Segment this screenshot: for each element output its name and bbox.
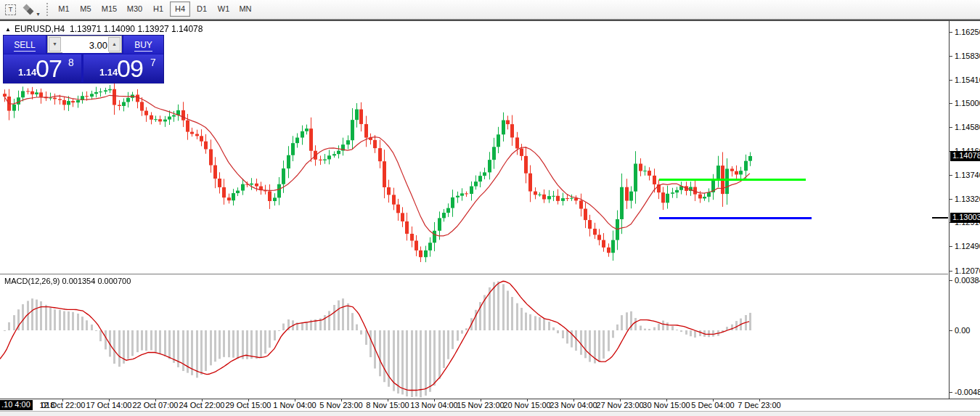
- price-tick: [950, 175, 952, 176]
- macd-tick-label: -0.004856: [955, 388, 980, 396]
- ohlc-values: 1.13971 1.14090 1.13927 1.14078: [70, 24, 203, 34]
- tf-button-h1[interactable]: H1: [148, 1, 168, 17]
- time-tick-label: 7 Dec 23:00: [738, 401, 780, 409]
- tf-button-m15[interactable]: M15: [97, 1, 121, 17]
- macd-tick: [950, 392, 952, 393]
- time-tick-label: 29 Oct 15:00: [226, 401, 271, 409]
- tf-button-m5[interactable]: M5: [75, 1, 96, 17]
- one-click-trading-panel: SELL ▼ ▲ BUY 1.14 07 8 1.14 09 7: [3, 35, 164, 83]
- time-tick-label: 1 Nov 04:00: [273, 401, 316, 409]
- timeframe-toolbar: T ▼ M1 M5 M15 M30 H1 H4 D1 W1 MN: [0, 0, 980, 20]
- price-tick-label: 1.15830: [955, 52, 980, 60]
- tf-button-h4[interactable]: H4: [170, 1, 190, 17]
- volume-input[interactable]: [62, 37, 109, 53]
- time-tick-label: 15 Nov 23:00: [457, 401, 504, 409]
- time-tick-label: 5 Dec 04:00: [691, 401, 734, 409]
- macd-tick-label: 0.003847: [955, 276, 980, 285]
- volume-spinner: ▼ ▲: [47, 36, 122, 53]
- symbol-timeframe-label: EURUSD,H4: [15, 24, 65, 34]
- price-tick: [950, 246, 952, 247]
- time-tick-label: 13 Nov 04:00: [410, 401, 457, 409]
- price-tick-label: 1.15410: [955, 76, 980, 84]
- current-price-tag: 1.14078: [950, 151, 980, 161]
- buy-button[interactable]: BUY: [123, 36, 163, 54]
- price-tick: [950, 80, 952, 81]
- time-tick-label: 27 Nov 23:00: [596, 401, 643, 409]
- tf-button-w1[interactable]: W1: [213, 1, 234, 17]
- buy-price-pip: 7: [150, 57, 156, 68]
- toolbar-grip[interactable]: [46, 3, 50, 16]
- sell-button[interactable]: SELL: [4, 36, 46, 54]
- price-tick: [950, 127, 952, 128]
- volume-decrease-button[interactable]: ▼: [49, 37, 61, 52]
- macd-tick: [950, 280, 952, 281]
- macd-tick-label: 0.00: [955, 326, 970, 335]
- price-tick: [950, 199, 952, 200]
- time-tick-label: 23 Nov 04:00: [550, 401, 597, 409]
- chart-objects-tool-icon[interactable]: T: [1, 1, 17, 17]
- sell-price-pip: 8: [68, 57, 74, 68]
- chart-window: ▲EURUSD,H4 1.13971 1.14090 1.13927 1.140…: [0, 21, 980, 416]
- price-tick-label: 1.16250: [955, 28, 980, 36]
- price-tick: [950, 103, 952, 104]
- price-tick-label: 1.15000: [955, 99, 980, 107]
- price-tick: [950, 56, 952, 57]
- collapse-triangle-icon[interactable]: ▲: [5, 26, 11, 33]
- price-tick: [950, 32, 952, 33]
- arrow-down-glyph: [27, 8, 34, 15]
- macd-indicator-label: MACD(12,26,9) 0.001354 0.000700: [4, 277, 131, 285]
- price-tick: [950, 271, 952, 272]
- sell-price-base: 1.14: [18, 67, 36, 78]
- sell-price-big: 07: [36, 54, 62, 83]
- time-tick-label: 8 Nov 15:00: [366, 401, 409, 409]
- volume-increase-button[interactable]: ▲: [108, 37, 121, 52]
- time-tick-label: 17 Oct 14:00: [86, 401, 132, 409]
- time-cursor-tag: .10 4:00: [0, 400, 33, 410]
- tf-button-m30[interactable]: M30: [123, 1, 147, 17]
- tf-button-mn[interactable]: MN: [235, 1, 256, 17]
- time-axis[interactable]: 12 Oct 22:0017 Oct 14:0022 Oct 07:0024 O…: [0, 399, 980, 411]
- buy-price-big: 09: [117, 54, 143, 83]
- time-tick-label: 24 Oct 22:00: [179, 401, 225, 409]
- price-tick-label: 1.13740: [955, 171, 980, 179]
- price-tick-label: 1.14580: [955, 123, 980, 131]
- time-tick-label: 30 Nov 15:00: [642, 401, 690, 409]
- clipped-year-label: 018: [41, 401, 54, 409]
- level-price-tag: 1.13003: [950, 213, 980, 223]
- macd-tick: [950, 330, 952, 331]
- tf-button-m1[interactable]: M1: [54, 1, 74, 17]
- mt4-application-window: T ▼ M1 M5 M15 M30 H1 H4 D1 W1 MN ▲EURUSD…: [0, 0, 980, 416]
- time-tick-label: 20 Nov 15:00: [503, 401, 550, 409]
- buy-price-display[interactable]: 1.14 09 7: [83, 54, 163, 82]
- arrows-tool-icon[interactable]: ▼: [20, 1, 42, 17]
- price-tick-label: 1.12070: [955, 266, 980, 275]
- status-strip: [0, 411, 980, 416]
- price-tick-label: 1.12490: [955, 242, 980, 250]
- sell-price-display[interactable]: 1.14 07 8: [4, 54, 81, 82]
- buy-price-base: 1.14: [99, 67, 118, 78]
- chart-title: ▲EURUSD,H4 1.13971 1.14090 1.13927 1.140…: [5, 24, 203, 34]
- time-tick-label: 5 Nov 23:00: [319, 401, 362, 409]
- time-tick-label: 22 Oct 07:00: [133, 401, 179, 409]
- price-axis[interactable]: 1.162501.158301.154101.150001.145801.141…: [949, 21, 980, 410]
- price-tick-label: 1.13320: [955, 195, 980, 203]
- tf-button-d1[interactable]: D1: [192, 1, 212, 17]
